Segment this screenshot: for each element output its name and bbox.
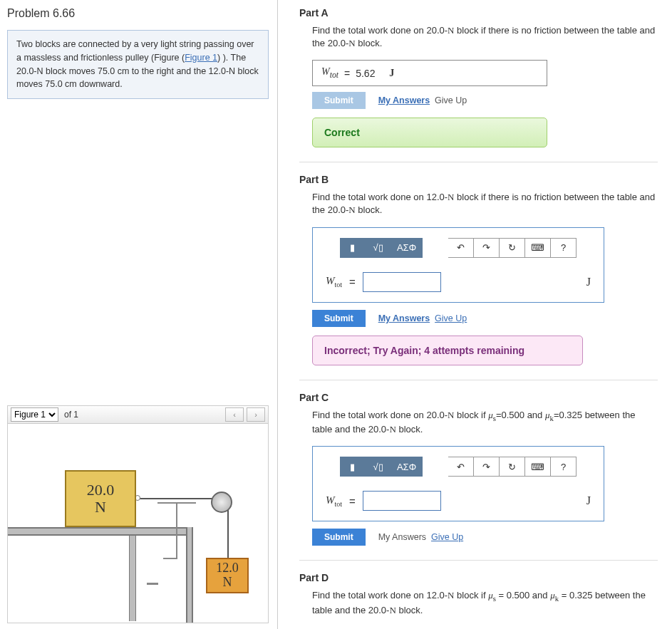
part-a-submit-button[interactable]: Submit bbox=[312, 92, 366, 109]
part-b-submit-button[interactable]: Submit bbox=[312, 310, 366, 327]
block-12n: 12.0N bbox=[206, 558, 249, 593]
radical-button[interactable]: √▯ bbox=[366, 457, 391, 477]
part-c-answer-input[interactable] bbox=[363, 491, 441, 511]
part-b-input-panel: ▮ √▯ ΑΣΦ ↶ ↷ ↻ ⌨ ? Wtot = J bbox=[312, 227, 604, 303]
string-vertical bbox=[227, 509, 229, 558]
part-b-myanswers-link[interactable]: My Answers bbox=[378, 313, 430, 323]
undo-button[interactable]: ↶ bbox=[448, 457, 474, 477]
part-c-input-panel: ▮ √▯ ΑΣΦ ↶ ↷ ↻ ⌨ ? Wtot = J bbox=[312, 446, 604, 521]
pulley-icon bbox=[211, 492, 232, 513]
part-a-giveup-link[interactable]: Give Up bbox=[435, 95, 467, 105]
part-a-prompt: Find the total work done on 20.0-N block… bbox=[312, 24, 658, 50]
part-b-feedback: Incorrect; Try Again; 4 attempts remaini… bbox=[312, 336, 583, 365]
part-b-label: Part B bbox=[299, 174, 658, 185]
part-a-myanswers-link[interactable]: My Answers bbox=[378, 95, 430, 105]
part-c-submit-button[interactable]: Submit bbox=[312, 529, 366, 546]
unit-j: J bbox=[586, 276, 591, 288]
greek-button[interactable]: ΑΣΦ bbox=[391, 238, 423, 258]
part-b: Part B Find the total work done on 12.0-… bbox=[299, 174, 658, 365]
keyboard-button[interactable]: ⌨ bbox=[525, 238, 551, 258]
variable-wtot: Wtot bbox=[326, 494, 342, 508]
greek-button[interactable]: ΑΣΦ bbox=[391, 457, 423, 477]
part-c-myanswers-link[interactable]: My Answers bbox=[378, 532, 426, 542]
variable-wtot: Wtot bbox=[321, 66, 338, 80]
unit-j: J bbox=[389, 68, 394, 79]
toolbar-gap bbox=[423, 457, 448, 477]
keyboard-button[interactable]: ⌨ bbox=[525, 457, 551, 477]
equals-sign: = bbox=[344, 68, 350, 79]
radical-button[interactable]: √▯ bbox=[366, 238, 391, 258]
pulley-arm bbox=[157, 502, 196, 504]
figure-prev-button[interactable]: ‹ bbox=[225, 407, 244, 422]
figure-toolbar: Figure 1 of 1 ‹ › bbox=[7, 405, 269, 424]
redo-button[interactable]: ↷ bbox=[474, 238, 500, 258]
part-c-label: Part C bbox=[299, 392, 658, 403]
part-c-prompt: Find the total work done on 20.0-N block… bbox=[312, 409, 658, 437]
equals-sign: = bbox=[349, 276, 356, 288]
template-button[interactable]: ▮ bbox=[340, 457, 366, 477]
unit-j: J bbox=[586, 494, 591, 507]
divider-icon bbox=[299, 560, 658, 561]
clamp-body bbox=[163, 502, 177, 559]
table-leg bbox=[129, 536, 136, 621]
part-b-answer-input[interactable] bbox=[363, 272, 441, 292]
part-a-value: 5.62 bbox=[356, 68, 375, 79]
help-button[interactable]: ? bbox=[551, 238, 577, 258]
part-d-label: Part D bbox=[299, 572, 658, 583]
table-edge bbox=[186, 527, 193, 623]
part-a-label: Part A bbox=[299, 7, 658, 19]
part-c-giveup-link[interactable]: Give Up bbox=[431, 532, 463, 542]
reset-button[interactable]: ↻ bbox=[500, 457, 525, 477]
divider-icon bbox=[299, 380, 658, 380]
variable-wtot: Wtot bbox=[326, 275, 342, 288]
figure-link[interactable]: Figure 1 bbox=[185, 53, 217, 63]
undo-button[interactable]: ↶ bbox=[448, 238, 474, 258]
clamp-screw bbox=[147, 583, 158, 585]
figure-select[interactable]: Figure 1 bbox=[11, 407, 58, 422]
template-button[interactable]: ▮ bbox=[340, 238, 366, 258]
part-a: Part A Find the total work done on 20.0-… bbox=[299, 7, 658, 147]
figure-next-button[interactable]: › bbox=[247, 407, 265, 422]
problem-description: Two blocks are connected by a very light… bbox=[7, 30, 269, 99]
help-button[interactable]: ? bbox=[551, 457, 577, 477]
figure-count: of 1 bbox=[64, 410, 78, 420]
part-b-giveup-link[interactable]: Give Up bbox=[435, 313, 467, 323]
part-a-answer-box: Wtot = 5.62 J bbox=[312, 60, 547, 86]
part-d: Part D Find the total work done on 12.0-… bbox=[299, 572, 658, 617]
equation-toolbar: ▮ √▯ ΑΣΦ ↶ ↷ ↻ ⌨ ? bbox=[326, 238, 591, 258]
reset-button[interactable]: ↻ bbox=[500, 238, 525, 258]
part-b-prompt: Find the total work done on 12.0-N block… bbox=[312, 191, 658, 217]
part-c: Part C Find the total work done on 20.0-… bbox=[299, 392, 658, 546]
equation-toolbar: ▮ √▯ ΑΣΦ ↶ ↷ ↻ ⌨ ? bbox=[326, 457, 591, 477]
toolbar-gap bbox=[423, 238, 448, 258]
redo-button[interactable]: ↷ bbox=[474, 457, 500, 477]
divider-icon bbox=[299, 162, 658, 162]
part-d-prompt: Find the total work done on 12.0-N block… bbox=[312, 589, 658, 617]
block-20n: 20.0N bbox=[65, 470, 136, 527]
equals-sign: = bbox=[349, 495, 356, 507]
string-horizontal bbox=[138, 498, 215, 499]
figure-diagram: 20.0N 12.0N bbox=[7, 424, 269, 623]
part-a-feedback: Correct bbox=[312, 118, 547, 147]
problem-title: Problem 6.66 bbox=[7, 7, 269, 20]
